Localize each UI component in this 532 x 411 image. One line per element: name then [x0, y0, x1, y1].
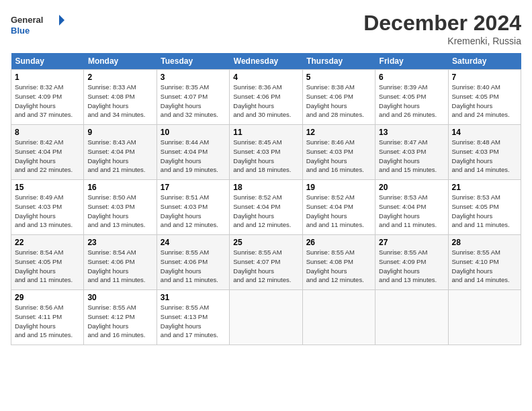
table-cell: [302, 290, 375, 345]
day-number: 29: [15, 293, 80, 302]
day-number: 27: [379, 238, 444, 247]
day-number: 4: [233, 73, 298, 82]
table-cell: 22 Sunrise: 8:54 AMSunset: 4:05 PMDaylig…: [11, 235, 84, 290]
table-cell: 21 Sunrise: 8:53 AMSunset: 4:05 PMDaylig…: [448, 180, 521, 235]
table-cell: 18 Sunrise: 8:52 AMSunset: 4:04 PMDaylig…: [230, 180, 302, 235]
day-info: Sunrise: 8:55 AMSunset: 4:08 PMDaylight …: [306, 248, 364, 283]
table-cell: [230, 290, 302, 345]
day-number: 6: [379, 73, 444, 82]
table-cell: 8 Sunrise: 8:42 AMSunset: 4:04 PMDayligh…: [11, 125, 84, 180]
day-info: Sunrise: 8:35 AMSunset: 4:07 PMDaylight …: [161, 83, 218, 118]
day-info: Sunrise: 8:40 AMSunset: 4:05 PMDaylight …: [452, 83, 510, 118]
day-number: 30: [87, 293, 152, 302]
svg-text:General: General: [11, 15, 43, 25]
day-number: 22: [15, 238, 80, 247]
table-cell: 1 Sunrise: 8:32 AMSunset: 4:09 PMDayligh…: [11, 70, 84, 125]
day-info: Sunrise: 8:45 AMSunset: 4:03 PMDaylight …: [233, 138, 291, 173]
page: General Blue December 2024 Kremenki, Rus…: [0, 0, 532, 411]
table-cell: 23 Sunrise: 8:54 AMSunset: 4:06 PMDaylig…: [84, 235, 157, 290]
header-row: Sunday Monday Tuesday Wednesday Thursday…: [11, 53, 521, 70]
day-number: 12: [306, 128, 371, 137]
table-cell: 7 Sunrise: 8:40 AMSunset: 4:05 PMDayligh…: [448, 70, 521, 125]
col-saturday: Saturday: [448, 53, 521, 70]
table-cell: 27 Sunrise: 8:55 AMSunset: 4:09 PMDaylig…: [375, 235, 448, 290]
day-number: 19: [306, 183, 371, 192]
day-number: 14: [452, 128, 517, 137]
logo: General Blue: [11, 11, 64, 41]
day-number: 5: [306, 73, 371, 82]
day-number: 20: [379, 183, 444, 192]
day-info: Sunrise: 8:38 AMSunset: 4:06 PMDaylight …: [306, 83, 364, 118]
title-block: December 2024 Kremenki, Russia: [363, 11, 521, 46]
day-info: Sunrise: 8:44 AMSunset: 4:04 PMDaylight …: [161, 138, 218, 173]
table-cell: [448, 290, 521, 345]
day-number: 26: [306, 238, 371, 247]
day-number: 24: [161, 238, 226, 247]
table-cell: 17 Sunrise: 8:51 AMSunset: 4:03 PMDaylig…: [157, 180, 229, 235]
day-info: Sunrise: 8:55 AMSunset: 4:13 PMDaylight …: [161, 304, 218, 338]
day-number: 25: [233, 238, 298, 247]
table-cell: 26 Sunrise: 8:55 AMSunset: 4:08 PMDaylig…: [302, 235, 375, 290]
day-info: Sunrise: 8:50 AMSunset: 4:03 PMDaylight …: [87, 193, 145, 228]
table-row: 22 Sunrise: 8:54 AMSunset: 4:05 PMDaylig…: [11, 235, 521, 290]
day-info: Sunrise: 8:55 AMSunset: 4:06 PMDaylight …: [161, 248, 218, 283]
location: Kremenki, Russia: [363, 36, 521, 46]
day-info: Sunrise: 8:55 AMSunset: 4:07 PMDaylight …: [233, 248, 291, 283]
day-number: 21: [452, 183, 517, 192]
day-info: Sunrise: 8:32 AMSunset: 4:09 PMDaylight …: [15, 83, 73, 118]
table-cell: 16 Sunrise: 8:50 AMSunset: 4:03 PMDaylig…: [84, 180, 157, 235]
table-cell: 19 Sunrise: 8:52 AMSunset: 4:04 PMDaylig…: [302, 180, 375, 235]
day-number: 16: [87, 183, 152, 192]
table-cell: 20 Sunrise: 8:53 AMSunset: 4:04 PMDaylig…: [375, 180, 448, 235]
day-info: Sunrise: 8:51 AMSunset: 4:03 PMDaylight …: [161, 193, 218, 228]
table-cell: [375, 290, 448, 345]
col-friday: Friday: [375, 53, 448, 70]
table-row: 29 Sunrise: 8:56 AMSunset: 4:11 PMDaylig…: [11, 290, 521, 345]
day-info: Sunrise: 8:54 AMSunset: 4:06 PMDaylight …: [87, 248, 145, 283]
day-info: Sunrise: 8:52 AMSunset: 4:04 PMDaylight …: [306, 193, 364, 228]
table-cell: 5 Sunrise: 8:38 AMSunset: 4:06 PMDayligh…: [302, 70, 375, 125]
table-cell: 9 Sunrise: 8:43 AMSunset: 4:04 PMDayligh…: [84, 125, 157, 180]
day-info: Sunrise: 8:53 AMSunset: 4:04 PMDaylight …: [379, 193, 437, 228]
col-sunday: Sunday: [11, 53, 84, 70]
calendar-table: Sunday Monday Tuesday Wednesday Thursday…: [11, 53, 521, 345]
table-cell: 25 Sunrise: 8:55 AMSunset: 4:07 PMDaylig…: [230, 235, 302, 290]
col-monday: Monday: [84, 53, 157, 70]
month-title: December 2024: [363, 11, 521, 36]
col-thursday: Thursday: [302, 53, 375, 70]
logo-svg: General Blue: [11, 11, 64, 41]
table-cell: 14 Sunrise: 8:48 AMSunset: 4:03 PMDaylig…: [448, 125, 521, 180]
day-info: Sunrise: 8:42 AMSunset: 4:04 PMDaylight …: [15, 138, 73, 173]
day-info: Sunrise: 8:46 AMSunset: 4:03 PMDaylight …: [306, 138, 364, 173]
day-info: Sunrise: 8:54 AMSunset: 4:05 PMDaylight …: [15, 248, 73, 283]
day-number: 15: [15, 183, 80, 192]
day-number: 7: [452, 73, 517, 82]
table-cell: 12 Sunrise: 8:46 AMSunset: 4:03 PMDaylig…: [302, 125, 375, 180]
col-tuesday: Tuesday: [157, 53, 229, 70]
table-cell: 10 Sunrise: 8:44 AMSunset: 4:04 PMDaylig…: [157, 125, 229, 180]
day-info: Sunrise: 8:56 AMSunset: 4:11 PMDaylight …: [15, 304, 73, 338]
day-info: Sunrise: 8:47 AMSunset: 4:03 PMDaylight …: [379, 138, 437, 173]
day-info: Sunrise: 8:33 AMSunset: 4:08 PMDaylight …: [87, 83, 145, 118]
table-cell: 11 Sunrise: 8:45 AMSunset: 4:03 PMDaylig…: [230, 125, 302, 180]
day-number: 31: [161, 293, 226, 302]
table-cell: 4 Sunrise: 8:36 AMSunset: 4:06 PMDayligh…: [230, 70, 302, 125]
col-wednesday: Wednesday: [230, 53, 302, 70]
table-cell: 15 Sunrise: 8:49 AMSunset: 4:03 PMDaylig…: [11, 180, 84, 235]
table-row: 1 Sunrise: 8:32 AMSunset: 4:09 PMDayligh…: [11, 70, 521, 125]
table-cell: 24 Sunrise: 8:55 AMSunset: 4:06 PMDaylig…: [157, 235, 229, 290]
day-number: 9: [87, 128, 152, 137]
table-cell: 2 Sunrise: 8:33 AMSunset: 4:08 PMDayligh…: [84, 70, 157, 125]
day-info: Sunrise: 8:43 AMSunset: 4:04 PMDaylight …: [87, 138, 145, 173]
day-info: Sunrise: 8:55 AMSunset: 4:12 PMDaylight …: [87, 304, 145, 338]
day-number: 2: [87, 73, 152, 82]
day-number: 18: [233, 183, 298, 192]
table-cell: 31 Sunrise: 8:55 AMSunset: 4:13 PMDaylig…: [157, 290, 229, 345]
day-info: Sunrise: 8:39 AMSunset: 4:05 PMDaylight …: [379, 83, 437, 118]
header: General Blue December 2024 Kremenki, Rus…: [11, 11, 521, 46]
day-number: 1: [15, 73, 80, 82]
day-info: Sunrise: 8:55 AMSunset: 4:09 PMDaylight …: [379, 248, 437, 283]
day-number: 23: [87, 238, 152, 247]
table-row: 8 Sunrise: 8:42 AMSunset: 4:04 PMDayligh…: [11, 125, 521, 180]
table-cell: 30 Sunrise: 8:55 AMSunset: 4:12 PMDaylig…: [84, 290, 157, 345]
